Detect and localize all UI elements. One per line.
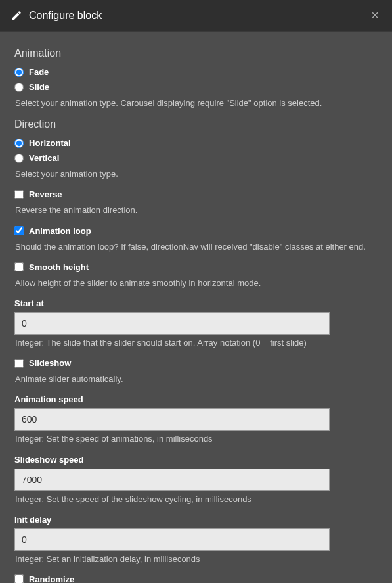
slideshow-desc: Animate slider automatically. <box>15 373 378 385</box>
direction-vertical-radio[interactable] <box>14 154 24 163</box>
slideshow-speed-desc: Integer: Set the speed of the slideshow … <box>15 494 378 505</box>
slideshow-speed-input[interactable] <box>14 469 330 491</box>
slideshow-speed-label: Slideshow speed <box>14 455 378 465</box>
reverse-desc: Reverse the animation direction. <box>15 204 378 216</box>
init-delay-input[interactable] <box>14 528 330 551</box>
init-delay-label: Init delay <box>14 515 378 525</box>
direction-horizontal-label[interactable]: Horizontal <box>29 138 71 148</box>
randomize-label[interactable]: Randomize <box>29 574 74 583</box>
animation-loop-desc: Should the animation loop? If false, dir… <box>15 241 378 253</box>
animation-slide-label[interactable]: Slide <box>29 82 49 92</box>
pencil-icon <box>11 10 22 22</box>
animation-fade-radio[interactable] <box>14 68 24 77</box>
dialog-title: Configure block <box>29 10 368 22</box>
start-at-desc: Integer: The slide that the slider shoul… <box>15 337 378 349</box>
direction-horizontal-radio[interactable] <box>14 139 24 148</box>
randomize-checkbox[interactable] <box>14 574 24 583</box>
dialog-body: Animation Fade Slide Select your animati… <box>0 32 392 583</box>
animation-loop-checkbox[interactable] <box>14 226 24 235</box>
direction-vertical-label[interactable]: Vertical <box>29 153 59 163</box>
slideshow-label[interactable]: Slideshow <box>29 358 71 368</box>
direction-desc: Select your animation type. <box>15 168 378 180</box>
smooth-height-label[interactable]: Smooth height <box>29 262 89 272</box>
dialog-header: Configure block × <box>0 0 392 32</box>
reverse-label[interactable]: Reverse <box>29 189 62 199</box>
smooth-height-checkbox[interactable] <box>14 262 24 271</box>
init-delay-desc: Integer: Set an initialization delay, in… <box>15 553 378 565</box>
animation-fade-label[interactable]: Fade <box>29 67 49 77</box>
animation-slide-radio[interactable] <box>14 83 24 92</box>
reverse-checkbox[interactable] <box>14 190 24 199</box>
smooth-height-desc: Allow height of the slider to animate sm… <box>15 277 378 289</box>
slideshow-checkbox[interactable] <box>14 359 24 368</box>
animation-speed-input[interactable] <box>14 408 330 431</box>
close-button[interactable]: × <box>368 5 381 26</box>
direction-heading: Direction <box>14 118 378 130</box>
animation-speed-label: Animation speed <box>14 394 378 404</box>
start-at-label: Start at <box>14 298 378 308</box>
animation-heading: Animation <box>14 47 378 59</box>
animation-desc: Select your animation type. Carousel dis… <box>15 97 378 109</box>
animation-speed-desc: Integer: Set the speed of animations, in… <box>15 433 378 445</box>
animation-loop-label[interactable]: Animation loop <box>29 226 91 236</box>
start-at-input[interactable] <box>14 312 330 335</box>
